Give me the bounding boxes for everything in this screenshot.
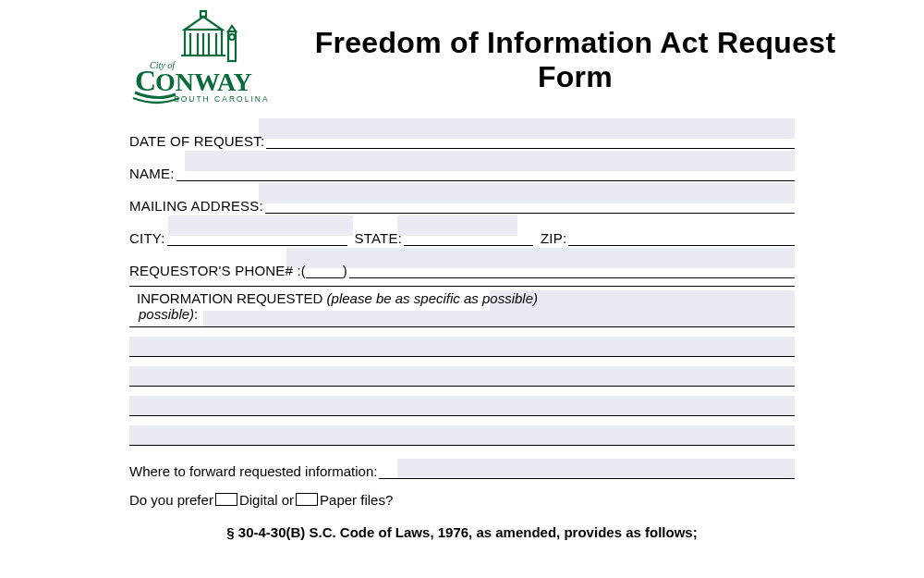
info-hint: (please be as specific as possible) [327,290,538,306]
info-label: INFORMATION REQUESTED [137,290,327,306]
state-label: STATE: [355,230,402,246]
svg-rect-7 [201,11,206,17]
page-title: Freedom of Information Act Request Form [282,9,924,94]
city-input[interactable] [167,229,347,246]
info-line-3[interactable] [129,387,795,416]
svg-text:C: C [135,64,155,97]
info-line-2[interactable] [129,357,795,387]
svg-marker-6 [185,17,222,30]
name-label: NAME: [129,166,175,181]
forward-label: Where to forward requested information: [129,463,377,479]
city-label: CITY: [129,230,165,246]
svg-text:ONWAY: ONWAY [155,68,252,96]
prefer-digital: Digital or [239,492,294,508]
name-input[interactable] [176,165,795,181]
svg-text:SOUTH CAROLINA: SOUTH CAROLINA [174,94,270,104]
prefer-prefix: Do you prefer [129,492,213,508]
date-label: DATE OF REQUEST: [129,133,264,149]
info-line-4[interactable] [129,416,795,446]
phone-paren-close: ) [343,263,347,278]
svg-point-10 [229,34,235,40]
phone-area-input[interactable] [306,262,343,278]
forward-input[interactable] [379,462,795,479]
phone-input[interactable] [349,262,795,278]
prefer-paper: Paper files? [320,492,393,508]
info-line-1[interactable] [129,327,795,357]
zip-label: ZIP: [541,230,566,246]
form-area: DATE OF REQUEST: NAME: MAILING ADDRESS: … [129,120,795,540]
phone-label: REQUESTOR'S PHONE# : [129,263,301,278]
mailing-input[interactable] [265,197,795,214]
mailing-label: MAILING ADDRESS: [129,198,263,214]
svg-marker-11 [228,26,236,31]
state-input[interactable] [404,229,533,246]
city-logo: City of C ONWAY SOUTH CAROLINA [129,9,282,106]
date-input[interactable] [266,132,795,149]
zip-input[interactable] [568,229,795,246]
info-requested-block: INFORMATION REQUESTED (please be as spec… [129,286,795,446]
info-colon: possible) [139,306,194,322]
digital-checkbox[interactable] [215,493,237,506]
paper-checkbox[interactable] [296,493,318,506]
legal-citation: § 30-4-30(B) S.C. Code of Laws, 1976, as… [129,524,795,540]
